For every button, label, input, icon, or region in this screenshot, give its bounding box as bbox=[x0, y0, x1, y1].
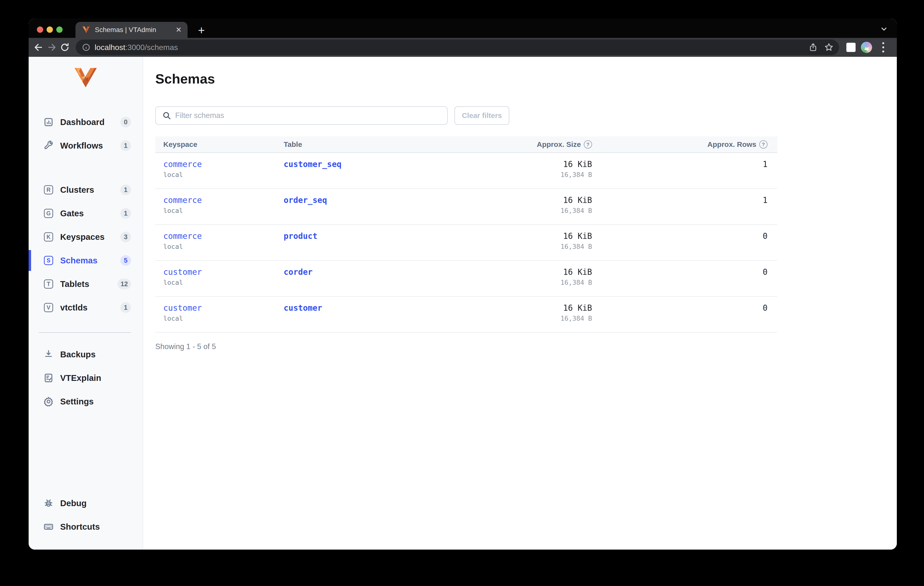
sidebar-item-label: Gates bbox=[60, 209, 84, 218]
letter-r-icon: R bbox=[43, 185, 54, 194]
doc-check-icon bbox=[43, 372, 54, 383]
letter-v-icon: V bbox=[43, 303, 54, 312]
tab-close-icon[interactable]: ✕ bbox=[176, 26, 182, 33]
table-row: customerlocal corder 16 KiB16,384 B 0 bbox=[155, 261, 777, 296]
column-header-approx-rows: Approx. Rows? bbox=[592, 140, 777, 149]
new-tab-button[interactable]: + bbox=[194, 23, 209, 37]
bug-icon bbox=[43, 498, 54, 508]
browser-menu-icon[interactable] bbox=[878, 42, 889, 53]
desktop: Schemas | VTAdmin ✕ + local bbox=[0, 0, 924, 586]
browser-toolbar: localhost:3000/schemas bbox=[29, 38, 897, 57]
main-content: Schemas Clear filters Keyspace Table App… bbox=[143, 57, 897, 550]
keyspace-link[interactable]: commerce bbox=[163, 195, 284, 205]
vitess-logo[interactable] bbox=[74, 68, 97, 88]
keyspace-link[interactable]: commerce bbox=[163, 231, 284, 241]
sidebar-item-label: Dashboard bbox=[60, 117, 105, 127]
table-row: commercelocal customer_seq 16 KiB16,384 … bbox=[155, 153, 777, 189]
approx-size: 16 KiB bbox=[456, 159, 592, 169]
sidebar-spacer bbox=[29, 415, 143, 468]
sidebar-item-shortcuts[interactable]: Shortcuts bbox=[29, 516, 143, 537]
approx-rows: 0 bbox=[592, 225, 777, 241]
help-icon[interactable]: ? bbox=[759, 140, 767, 149]
table-link[interactable]: corder bbox=[284, 267, 312, 277]
letter-t-icon: T bbox=[43, 280, 54, 289]
clear-filters-button[interactable]: Clear filters bbox=[454, 106, 509, 125]
sidebar-footer-nav: Debug Shortcuts bbox=[29, 493, 143, 540]
wrench-icon bbox=[43, 140, 54, 151]
size-bytes: 16,384 B bbox=[456, 171, 592, 179]
reload-button[interactable] bbox=[58, 41, 71, 54]
sidebar-item-tablets[interactable]: T Tablets 12 bbox=[29, 273, 143, 295]
help-icon[interactable]: ? bbox=[584, 140, 592, 149]
schemas-table: Keyspace Table Approx. Size? Approx. Row… bbox=[155, 136, 777, 351]
approx-size: 16 KiB bbox=[456, 303, 592, 313]
count-badge: 3 bbox=[120, 232, 131, 242]
keyboard-icon bbox=[43, 521, 54, 532]
keyspace-link[interactable]: customer bbox=[163, 267, 284, 277]
minimize-window-button[interactable] bbox=[46, 26, 53, 33]
sidebar-item-schemas[interactable]: S Schemas 5 bbox=[29, 250, 143, 271]
profile-avatar[interactable] bbox=[861, 42, 872, 53]
column-header-keyspace: Keyspace bbox=[155, 140, 284, 149]
sidebar-item-workflows[interactable]: Workflows 1 bbox=[29, 135, 143, 156]
approx-rows: 0 bbox=[592, 296, 777, 313]
size-bytes: 16,384 B bbox=[456, 315, 592, 322]
table-link[interactable]: product bbox=[284, 231, 317, 241]
sidebar-item-label: vtctlds bbox=[60, 303, 87, 313]
sidebar-item-label: Workflows bbox=[60, 141, 103, 151]
forward-button[interactable] bbox=[45, 41, 58, 54]
sidebar-item-clusters[interactable]: R Clusters 1 bbox=[29, 179, 143, 200]
table-link[interactable]: customer bbox=[284, 303, 322, 313]
table-link[interactable]: order_seq bbox=[284, 195, 327, 205]
size-bytes: 16,384 B bbox=[456, 243, 592, 250]
sidebar-item-debug[interactable]: Debug bbox=[29, 493, 143, 514]
sidebar-nav: Dashboard 0 Workflows 1 R Clusters bbox=[29, 112, 143, 415]
share-icon[interactable] bbox=[808, 43, 818, 52]
sidebar-item-settings[interactable]: Settings bbox=[29, 391, 143, 412]
bookmark-star-icon[interactable] bbox=[824, 43, 834, 52]
table-row: customerlocal customer 16 KiB16,384 B 0 bbox=[155, 296, 777, 333]
nav-divider bbox=[39, 332, 131, 333]
sidebar-item-backups[interactable]: Backups bbox=[29, 344, 143, 365]
vtadmin-app: Dashboard 0 Workflows 1 R Clusters bbox=[29, 57, 897, 550]
count-badge: 1 bbox=[120, 208, 131, 219]
zoom-window-button[interactable] bbox=[56, 26, 63, 33]
page-title: Schemas bbox=[155, 70, 897, 88]
cluster-name: local bbox=[163, 279, 284, 286]
browser-tab[interactable]: Schemas | VTAdmin ✕ bbox=[76, 22, 188, 38]
keyspace-link[interactable]: commerce bbox=[163, 159, 284, 169]
sidebar-item-label: Schemas bbox=[60, 256, 97, 265]
search-icon bbox=[162, 111, 171, 120]
sidebar-item-label: Tablets bbox=[60, 279, 89, 289]
dashboard-icon bbox=[43, 117, 54, 127]
count-badge: 0 bbox=[120, 117, 131, 127]
filter-schemas-input[interactable] bbox=[155, 106, 448, 125]
site-info-icon[interactable] bbox=[81, 43, 91, 52]
table-pagination-summary: Showing 1 - 5 of 5 bbox=[155, 342, 777, 351]
size-bytes: 16,384 B bbox=[456, 279, 592, 286]
sidebar-item-gates[interactable]: G Gates 1 bbox=[29, 203, 143, 224]
sidebar-item-keyspaces[interactable]: K Keyspaces 3 bbox=[29, 227, 143, 247]
count-badge: 1 bbox=[120, 140, 131, 151]
vitess-favicon bbox=[82, 26, 90, 34]
address-bar[interactable]: localhost:3000/schemas bbox=[76, 40, 839, 55]
sidebar-item-vtexplain[interactable]: VTExplain bbox=[29, 367, 143, 388]
sidebar-item-label: Clusters bbox=[60, 185, 94, 195]
side-panel-icon[interactable] bbox=[846, 43, 856, 52]
letter-g-icon: G bbox=[43, 209, 54, 218]
tab-search-chevron-icon[interactable] bbox=[880, 25, 888, 34]
table-row: commercelocal product 16 KiB16,384 B 0 bbox=[155, 225, 777, 261]
count-badge: 1 bbox=[120, 184, 131, 195]
approx-rows: 0 bbox=[592, 261, 777, 277]
sidebar-item-label: Debug bbox=[60, 498, 87, 508]
keyspace-link[interactable]: customer bbox=[163, 303, 284, 313]
table-link[interactable]: customer_seq bbox=[284, 159, 342, 169]
sidebar-item-label: Backups bbox=[60, 349, 96, 359]
browser-window: Schemas | VTAdmin ✕ + local bbox=[29, 18, 897, 550]
close-window-button[interactable] bbox=[37, 26, 43, 33]
sidebar-item-vtctlds[interactable]: V vtctlds 1 bbox=[29, 297, 143, 318]
back-button[interactable] bbox=[32, 41, 45, 54]
sidebar-item-dashboard[interactable]: Dashboard 0 bbox=[29, 112, 143, 132]
download-icon bbox=[43, 349, 54, 360]
url-text: localhost:3000/schemas bbox=[95, 43, 178, 52]
